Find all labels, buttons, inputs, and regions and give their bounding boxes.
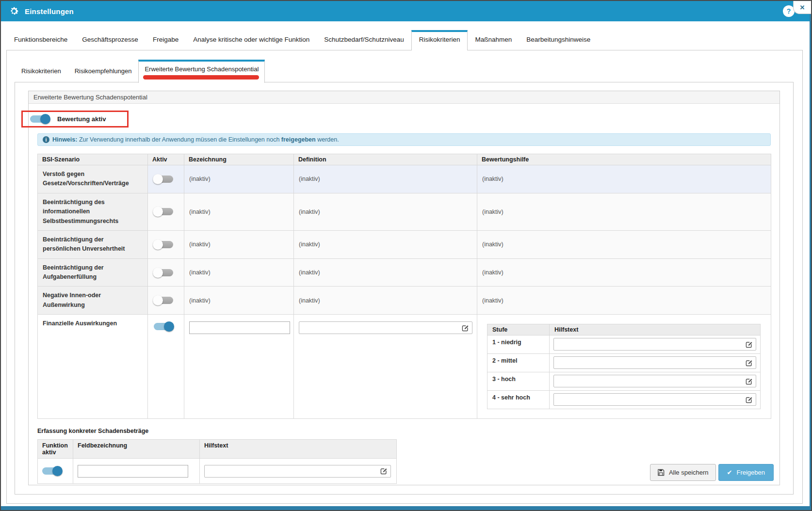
stufe-row: 2 - mittel <box>487 354 761 372</box>
aktiv-toggle[interactable] <box>154 176 173 183</box>
definition-input-group <box>299 321 472 334</box>
col-stufe: Stufe <box>487 324 550 335</box>
tab-bearbeitungshinweise[interactable]: Bearbeitungshinweise <box>519 31 598 50</box>
subtab-risikokriterien[interactable]: Risikokriterien <box>15 62 68 82</box>
table-row: Beeinträchtigung der persönlichen Unvers… <box>38 230 771 258</box>
edit-button[interactable] <box>742 357 756 368</box>
settings-dialog: Einstellungen ? ✕ Funktionsbereiche Gesc… <box>0 0 812 511</box>
erweiterte-bewertung-panel: Erweiterte Bewertung Schadenspotential B… <box>28 91 780 485</box>
bewertung-aktiv-toggle[interactable] <box>30 115 49 123</box>
stufe-label: 4 - sehr hoch <box>487 391 550 409</box>
panel-title: Erweiterte Bewertung Schadenspotential <box>29 91 780 104</box>
funktion-aktiv-toggle[interactable] <box>42 467 62 475</box>
hilfstext-input[interactable] <box>205 465 377 477</box>
edit-button[interactable] <box>742 394 756 405</box>
edit-button[interactable] <box>742 338 756 350</box>
hilfstext-input[interactable] <box>554 338 742 350</box>
sub-tab-bar: Risikokriterien Risikoempfehlungen Erwei… <box>15 60 802 82</box>
check-icon: ✔ <box>727 469 732 476</box>
subtab-risikoempfehlungen[interactable]: Risikoempfehlungen <box>68 62 139 82</box>
edit-icon <box>462 324 469 332</box>
table-row: Negative Innen-oder Außenwirkung (inakti… <box>38 287 771 315</box>
tab-schutzbedarf[interactable]: Schutzbedarf/Schutzniveau <box>317 31 411 50</box>
stufe-label: 2 - mittel <box>487 354 550 372</box>
edit-icon <box>746 341 753 348</box>
edit-button[interactable] <box>458 322 472 334</box>
table-row: Beeinträchtigung des informationellen Se… <box>38 193 771 230</box>
aktiv-toggle[interactable] <box>154 241 173 248</box>
info-icon: i <box>43 136 49 143</box>
aktiv-toggle[interactable] <box>154 297 173 304</box>
subtab-label: Erweiterte Bewertung Schadenspotential <box>145 65 259 73</box>
tab-freigabe[interactable]: Freigabe <box>146 31 186 50</box>
aktiv-toggle[interactable] <box>154 323 173 330</box>
scenario-header-row: BSI-Szenario Aktiv Bezeichnung Definitio… <box>38 154 771 165</box>
schadensbetraege-table: Funktion aktiv Feldbezeichnung Hilfstext <box>37 439 397 484</box>
hinweis-bar: i Hinweis: Zur Verwendung innerhalb der … <box>37 133 771 146</box>
edit-button[interactable] <box>742 375 756 387</box>
hinweis-text: Hinweis: Zur Verwendung innerhalb der An… <box>52 136 339 143</box>
gear-icon <box>9 6 19 16</box>
red-box-annotation: Bewertung aktiv <box>21 111 129 128</box>
hilfstext-input[interactable] <box>554 357 742 368</box>
save-all-button[interactable]: Alle speichern <box>650 464 716 481</box>
bewertungshilfe-value: (inaktiv) <box>477 287 771 315</box>
close-icon[interactable]: ✕ <box>793 1 811 14</box>
panel-body: Bewertung aktiv i Hinweis: Zur Verwendun… <box>29 104 780 484</box>
col-bezeichnung: Bezeichnung <box>184 154 294 165</box>
feldbezeichnung-input[interactable] <box>78 465 188 478</box>
scenario-name: Negative Innen-oder Außenwirkung <box>38 287 148 315</box>
toggle-knob <box>40 114 50 124</box>
hilfstext-input-group <box>204 465 391 478</box>
tab-funktionsbereiche[interactable]: Funktionsbereiche <box>7 31 75 50</box>
bezeichnung-value: (inaktiv) <box>184 230 294 258</box>
definition-input[interactable] <box>299 322 458 334</box>
edit-icon <box>746 396 753 403</box>
schadens-row <box>38 459 397 484</box>
main-tab-bar: Funktionsbereiche Geschäftsprozesse Frei… <box>7 30 805 50</box>
hilfstext-input-group <box>553 393 756 406</box>
bezeichnung-input[interactable] <box>189 321 290 334</box>
scenario-name: Beeinträchtigung der Aufgabenerfüllung <box>38 258 148 287</box>
edit-icon <box>746 378 753 385</box>
hilfstext-input-group <box>553 356 756 369</box>
stufe-label: 3 - hoch <box>487 372 550 391</box>
bewertungshilfe-value: (inaktiv) <box>477 258 771 287</box>
tab-analyse-kritische-funktion[interactable]: Analyse kritische oder wichtige Funktion <box>186 31 317 50</box>
col-bewertungshilfe: Bewertungshilfe <box>477 154 771 165</box>
scenario-table: BSI-Szenario Aktiv Bezeichnung Definitio… <box>37 154 771 419</box>
table-row-finanzielle-auswirkungen: Finanzielle Auswirkungen <box>38 315 771 419</box>
dialog-header: Einstellungen ? <box>1 1 811 21</box>
edit-button[interactable] <box>377 465 390 477</box>
stufe-row: 3 - hoch <box>487 372 761 391</box>
scenario-name: Finanzielle Auswirkungen <box>38 315 148 419</box>
sub-tab-content: Erweiterte Bewertung Schadenspotential B… <box>15 82 794 495</box>
release-button[interactable]: ✔ Freigeben <box>718 464 774 481</box>
definition-value: (inaktiv) <box>294 165 477 193</box>
bezeichnung-value: (inaktiv) <box>184 193 294 230</box>
tab-massnahmen[interactable]: Maßnahmen <box>468 31 519 50</box>
footer-buttons: Alle speichern ✔ Freigeben <box>650 464 774 481</box>
definition-value: (inaktiv) <box>294 258 477 287</box>
aktiv-toggle[interactable] <box>154 269 173 276</box>
table-row: Beeinträchtigung der Aufgabenerfüllung (… <box>38 258 771 287</box>
hilfstext-input[interactable] <box>554 375 742 387</box>
edit-icon <box>746 359 753 367</box>
save-icon <box>657 469 665 476</box>
tab-risikokriterien[interactable]: Risikokriterien <box>411 30 468 50</box>
stufe-row: 1 - niedrig <box>487 335 761 354</box>
bewertungshilfe-value: (inaktiv) <box>477 230 771 258</box>
hilfstext-input-group <box>553 338 756 351</box>
subtab-erweiterte-bewertung[interactable]: Erweiterte Bewertung Schadenspotential <box>138 60 265 83</box>
bewertung-aktiv-label: Bewertung aktiv <box>57 115 106 123</box>
scenario-name: Beeinträchtigung der persönlichen Unvers… <box>38 230 148 258</box>
col-funktion-aktiv: Funktion aktiv <box>38 440 73 459</box>
schadensbetraege-heading: Erfassung konkreter Schadensbeträge <box>37 428 771 434</box>
col-definition: Definition <box>294 154 477 165</box>
aktiv-toggle[interactable] <box>154 208 173 215</box>
col-feldbezeichnung: Feldbezeichnung <box>73 440 200 459</box>
definition-value: (inaktiv) <box>294 287 477 315</box>
bezeichnung-value: (inaktiv) <box>184 287 294 315</box>
hilfstext-input[interactable] <box>554 394 742 405</box>
tab-geschaeftsprozesse[interactable]: Geschäftsprozesse <box>75 31 146 50</box>
